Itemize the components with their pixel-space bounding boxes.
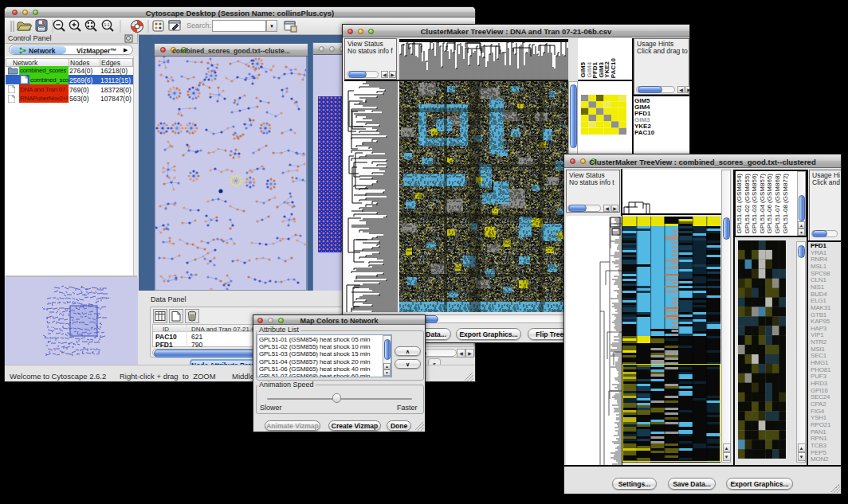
- svg-text:1:1: 1:1: [104, 22, 110, 27]
